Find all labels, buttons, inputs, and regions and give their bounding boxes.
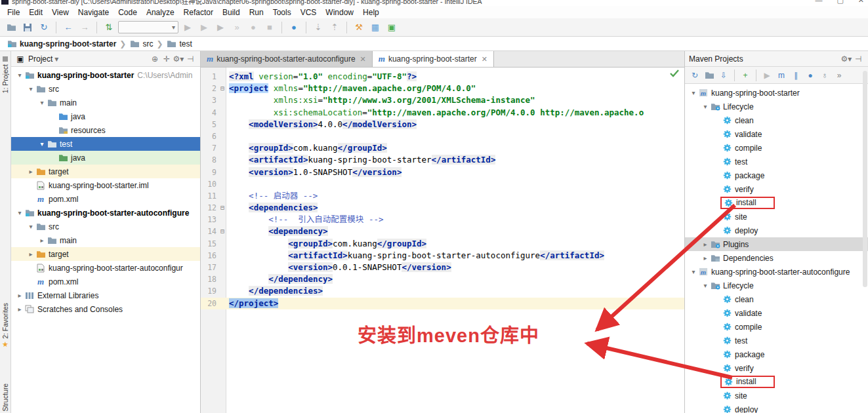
project-tree-item-row-target[interactable]: ▸ target [11,165,200,178]
chevron-icon[interactable]: ▾ [37,140,47,148]
project-tree-item-row-target[interactable]: ▸ target [11,247,200,261]
tool-window-tab-favorites[interactable]: 2: Favorites ★ [0,303,10,349]
project-tree-item-row-pom-xml[interactable]: m pom.xml [11,192,200,206]
maven-tree-item-row-verify[interactable]: verify [685,361,868,375]
run-coverage-icon[interactable]: ▶ [213,20,228,35]
code-line-9[interactable]: 9 <version>1.0-SNAPSHOT</version> [201,167,684,178]
maven-tree-item-row-test[interactable]: test [685,155,868,168]
maven-tree-item-row-package[interactable]: package [685,168,868,182]
maven-tree-item-row-deploy[interactable]: deploy [685,224,868,237]
maven-tree-item-row-lifecycle[interactable]: ▾ Lifecycle [685,100,868,113]
maven-tree-item-row-validate[interactable]: validate [685,306,868,320]
fold-marker[interactable]: ⊟ [218,202,226,214]
sort-annotate-icon[interactable]: ⇅ [102,20,116,35]
close-tab-icon[interactable]: ✕ [360,55,366,64]
code-line-20[interactable]: 20 </project> [201,298,684,309]
menu-analyze[interactable]: Analyze [142,8,179,17]
synchronize-icon[interactable]: ↻ [37,20,51,35]
search-everywhere-icon[interactable]: ● [287,20,301,35]
project-tree-item-row-pom-xml[interactable]: m pom.xml [11,275,200,288]
maven-tree-item-row-test[interactable]: test [685,334,868,347]
code-line-7[interactable]: 7 <groupId>com.kuang</groupId> [201,142,684,154]
maven-tree-item-row-install[interactable]: install [685,375,868,389]
project-tree-item-row-scratches-and-consoles[interactable]: ▸ Scratches and Consoles [11,302,200,316]
chevron-icon[interactable]: ▸ [701,241,710,248]
code-line-6[interactable]: 6 [201,130,684,142]
tool-window-tab-project[interactable]: 1: Project [0,56,10,93]
project-tree-item-row-resources[interactable]: resources [11,123,200,137]
update-project-icon[interactable]: ⇣ [311,20,325,35]
maven-tree-item-row-clean[interactable]: clean [685,113,868,127]
maven-tree-item-row-site[interactable]: site [685,210,868,224]
chevron-icon[interactable]: ▾ [701,282,710,289]
open-file-icon[interactable] [4,20,18,35]
menu-edit[interactable]: Edit [24,8,47,17]
maven-tree-item-row-dependencies[interactable]: ▸ Dependencies [685,251,868,265]
run-maven-build-icon[interactable]: ▶ [760,69,774,82]
code-line-19[interactable]: 19 </dependencies> [201,285,684,297]
menu-tools[interactable]: Tools [268,8,296,17]
record-icon[interactable]: ● [246,20,260,35]
maven-tree-item-row-kuang-spring-boot-starter[interactable]: ▾ m kuang-spring-boot-starter [685,86,868,100]
code-line-10[interactable]: 10 [201,178,684,190]
code-line-16[interactable]: 16 <artifactId>kuang-spring-boot-starter… [201,250,684,262]
maven-tree-item-row-plugins[interactable]: ▸ Plugins [685,237,868,251]
project-tree-item-row-kuang-spring-boot-starter-autoconfigur[interactable]: kuang-spring-boot-starter-autoconfigur [11,261,200,275]
maven-tree-item-row-kuang-spring-boot-starter-autoconfigure[interactable]: ▾ m kuang-spring-boot-starter-autoconfig… [685,265,868,279]
breadcrumb-item-test[interactable]: test [166,39,192,49]
code-line-13[interactable]: 13 <!-- 引入自动配置模块 --> [201,214,684,226]
code-line-3[interactable]: 3 xmlns:xsi="http://www.w3.org/2001/XMLS… [201,94,684,106]
project-tree-item-row-main[interactable]: ▸ main [11,233,200,247]
maven-tree-item-row-deploy[interactable]: deploy [685,403,868,413]
menu-navigate[interactable]: Navigate [73,8,114,17]
code-line-8[interactable]: 8 <artifactId>kuang-spring-boot-starter<… [201,154,684,166]
code-editor[interactable]: 1 <?xml version="1.0" encoding="UTF-8"?>… [201,68,684,413]
run-configuration-select[interactable]: ▾ [118,21,178,33]
overflow-icon[interactable]: » [833,69,846,82]
code-line-14[interactable]: 14 ⊟ <dependency> [201,226,684,237]
project-structure-icon[interactable]: ▦ [368,20,382,35]
minimize-button[interactable]: — [815,0,822,5]
execute-maven-goal-icon[interactable]: m [775,69,788,82]
fold-marker[interactable]: ⊟ [218,83,226,94]
chevron-icon[interactable]: ▾ [689,268,698,275]
chevron-icon[interactable]: ▸ [26,168,35,175]
generate-sources-icon[interactable] [703,69,716,82]
menu-file[interactable]: File [3,8,24,17]
chevron-icon[interactable]: ▾ [689,89,698,96]
maximize-button[interactable]: ▢ [837,0,843,5]
code-line-15[interactable]: 15 <groupId>com.kuang</groupId> [201,238,684,250]
maven-tree-item-row-install[interactable]: install [685,196,868,210]
hide-panel-icon[interactable]: ⊣ [184,53,196,65]
close-button[interactable]: ✕ [858,0,864,5]
add-maven-project-icon[interactable]: + [739,69,752,82]
tool-window-tab-structure[interactable]: Structure [0,384,10,412]
chevron-icon[interactable]: ▸ [701,254,710,262]
commit-changes-icon[interactable]: ⇡ [327,20,342,35]
breadcrumb-item-kuang-spring-boot-starter[interactable]: kuang-spring-boot-starter [7,39,116,49]
chevron-icon[interactable]: ▾ [701,103,710,110]
menu-run[interactable]: Run [245,8,268,17]
project-view-dropdown-icon[interactable]: ▾ [54,54,58,64]
forward-icon[interactable]: → [77,20,92,35]
download-sources-icon[interactable]: ⇩ [717,69,730,82]
show-dependencies-icon[interactable]: ♁ [818,69,831,82]
skip-tests-icon[interactable]: ∥ [789,69,802,82]
debug-icon[interactable]: ▶ [197,20,211,35]
maven-tree-item-row-validate[interactable]: validate [685,127,868,141]
collapse-all-icon[interactable]: ✛ [161,53,173,65]
reimport-all-icon[interactable]: ↻ [688,69,701,82]
maven-tree-item-row-lifecycle[interactable]: ▾ Lifecycle [685,279,868,292]
menu-help[interactable]: Help [358,8,384,17]
project-tree-item-row-kuang-spring-boot-starter-autoconfigure[interactable]: ▾ kuang-spring-boot-starter-autoconfigur… [11,206,200,220]
menu-window[interactable]: Window [321,8,358,17]
project-tree-item-row-src[interactable]: ▾ src [11,82,200,96]
maven-tree-item-row-clean[interactable]: clean [685,292,868,306]
maven-settings-icon[interactable]: ● [804,69,817,82]
code-line-2[interactable]: 2 ⊟ <project xmlns="http://maven.apache.… [201,83,684,94]
project-tree-item-row-kuang-spring-boot-starter[interactable]: ▾ kuang-spring-boot-starterC:\Users\Admi… [11,68,200,82]
settings-wrench-icon[interactable]: ⚒ [352,20,366,35]
fold-marker[interactable]: ⊟ [218,226,226,237]
menu-code[interactable]: Code [114,8,142,17]
project-tree-item-row-test[interactable]: ▾ test [11,137,200,151]
